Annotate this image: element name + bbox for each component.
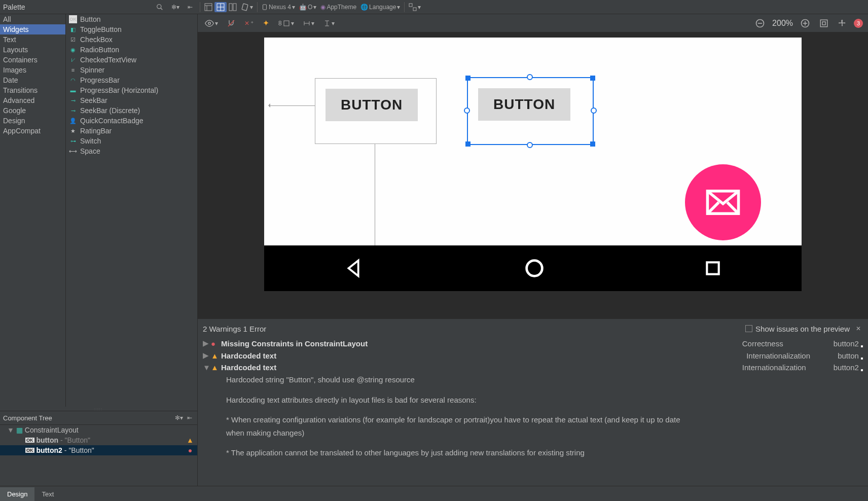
svg-line-31 [707,202,718,213]
tree-item-button2[interactable]: OK button2 - "Button"● [0,445,197,455]
palette-widget-radiobutton[interactable]: ◉RadioButton [66,45,197,55]
widget-icon: ⊸ [69,106,77,115]
palette-category-text[interactable]: Text [0,34,65,45]
widget-icon: ⊶ [69,137,77,145]
palette-widget-checkbox[interactable]: ☑CheckBox [66,34,197,45]
palette-category-widgets[interactable]: Widgets [0,24,65,34]
issues-panel: 2 Warnings 1 Error Show issues on the pr… [198,318,868,486]
palette-collapse-icon[interactable]: ⇤ [186,3,195,12]
widget-icon: ◉ [69,46,77,54]
tab-text[interactable]: Text [34,487,61,501]
margin-selector[interactable]: 8 ▾ [276,19,296,28]
api-selector[interactable]: 🤖O▾ [297,3,318,12]
eye-icon[interactable]: ▾ [203,18,220,29]
palette-title: Palette [3,3,150,11]
palette-search-icon[interactable] [154,3,165,12]
nav-back-icon[interactable] [343,257,366,280]
issue-row[interactable]: ▼▲Hardcoded textInternationalizationbutt… [203,362,863,373]
tree-collapse-icon[interactable]: ⇤ [185,413,194,422]
palette-widget-switch[interactable]: ⊶Switch [66,136,197,146]
view-both-icon[interactable] [227,2,239,12]
api-label: O [308,4,312,11]
zoom-in-icon[interactable] [798,17,812,29]
svg-rect-8 [229,4,232,11]
widget-icon: ◧ [69,25,77,33]
tree-item-button[interactable]: OK button - "Button"▲ [0,435,197,445]
svg-rect-29 [822,22,825,25]
palette-category-layouts[interactable]: Layouts [0,45,65,55]
tree-gear-icon[interactable]: ✻▾ [173,413,185,422]
palette-category-images[interactable]: Images [0,65,65,75]
palette-category-google[interactable]: Google [0,105,65,116]
view-design-icon[interactable] [202,2,214,12]
selection-frame[interactable]: BUTTON [467,77,594,145]
device-selector[interactable]: Nexus 4▾ [260,2,297,12]
mail-icon [705,190,741,215]
issue-row[interactable]: ▶▲Hardcoded textInternationalizationbutt… [203,349,863,362]
show-on-preview-checkbox[interactable]: Show issues on the preview [745,325,850,333]
palette-widget-progressbar-horizontal-[interactable]: ▬ProgressBar (Horizontal) [66,85,197,95]
svg-rect-12 [409,4,412,7]
issue-detail: Hardcoded string "Button", should use @s… [226,373,682,467]
preview-button-2[interactable]: BUTTON [478,88,570,121]
language-label: Language [369,4,396,11]
palette-category-date[interactable]: Date [0,75,65,85]
svg-rect-13 [413,8,416,11]
nav-home-icon[interactable] [523,257,546,280]
constraint-arrow-vertical [375,144,375,261]
palette-category-design[interactable]: Design [0,116,65,126]
widget-icon: ◠ [69,76,77,84]
view-blueprint-icon[interactable] [214,2,227,12]
clear-constraints-icon[interactable]: ✕⁺ [242,19,256,28]
issues-summary: 2 Warnings 1 Error [203,325,745,333]
orientation-icon[interactable]: ▾ [239,2,255,12]
resize-handle[interactable]: :::: [0,407,197,411]
pack-icon[interactable]: ▾ [321,19,337,28]
palette-widget-seekbar-discrete-[interactable]: ⊸SeekBar (Discrete) [66,105,197,116]
palette-widget-spinner[interactable]: ≡Spinner [66,65,197,75]
bottom-tabs: Design Text [0,486,868,501]
error-count-badge[interactable]: 3 [854,19,863,28]
palette-gear-icon[interactable]: ✻▾ [169,3,182,12]
preview-button-1[interactable]: BUTTON [326,89,418,121]
infer-constraints-icon[interactable]: ✦ [261,17,271,29]
theme-selector[interactable]: ◉AppTheme [318,3,358,12]
tab-design[interactable]: Design [0,487,34,501]
palette-category-appcompat[interactable]: AppCompat [0,126,65,136]
button1-frame[interactable]: BUTTON [315,78,437,144]
palette-widget-button[interactable]: OKButton [66,14,197,24]
widget-icon: ⟷ [69,147,77,155]
svg-rect-11 [263,5,267,10]
palette-category-all[interactable]: All [0,14,65,24]
palette-category-list: AllWidgetsTextLayoutsContainersImagesDat… [0,14,66,407]
svg-point-0 [157,4,161,8]
palette-widget-checkedtextview[interactable]: ⩗CheckedTextView [66,55,197,65]
pan-icon[interactable] [836,18,849,29]
palette-widget-quickcontactbadge[interactable]: 👤QuickContactBadge [66,116,197,126]
palette-widget-progressbar[interactable]: ◠ProgressBar [66,75,197,85]
palette-widget-togglebutton[interactable]: ◧ToggleButton [66,24,197,34]
palette-category-advanced[interactable]: Advanced [0,95,65,105]
svg-rect-35 [707,262,719,274]
palette-widget-space[interactable]: ⟷Space [66,146,197,156]
variants-icon[interactable]: ▾ [407,2,423,12]
close-issues-icon[interactable]: ✕ [854,324,863,333]
nav-recent-icon[interactable] [703,258,723,278]
palette-category-transitions[interactable]: Transitions [0,85,65,95]
zoom-label: 200% [772,19,793,28]
issue-row[interactable]: ▶●Missing Constraints in ConstraintLayou… [203,337,863,349]
tree-root[interactable]: ▼ ▦ ConstraintLayout [0,425,197,435]
language-selector[interactable]: 🌐Language▾ [358,3,402,12]
palette-category-containers[interactable]: Containers [0,55,65,65]
fab-email-button[interactable] [685,164,761,240]
magnet-icon[interactable] [225,18,237,28]
svg-marker-33 [348,261,358,276]
canvas[interactable]: BUTTON BUTTON [198,32,868,318]
zoom-fit-icon[interactable] [817,18,830,29]
component-tree: ▼ ▦ ConstraintLayoutOK button - "Button"… [0,425,197,486]
zoom-out-icon[interactable] [753,17,767,29]
bias-icon[interactable]: ▾ [301,19,316,28]
palette-widget-seekbar[interactable]: ⊸SeekBar [66,95,197,105]
theme-label: AppTheme [327,4,356,11]
palette-widget-ratingbar[interactable]: ★RatingBar [66,126,197,136]
